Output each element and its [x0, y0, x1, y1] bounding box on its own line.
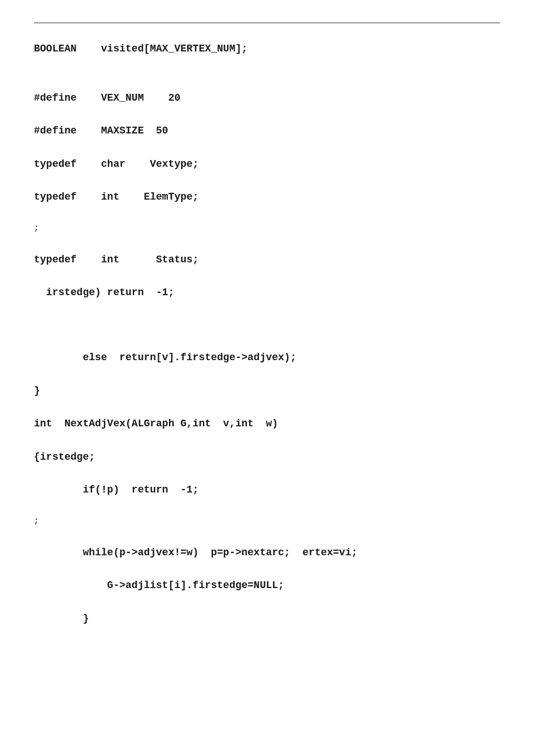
empty-line-6 — [34, 206, 500, 222]
empty-line-2 — [34, 74, 500, 89]
empty-line-9 — [34, 301, 500, 317]
line-close-brace2: } — [34, 610, 500, 628]
empty-line-7 — [34, 235, 500, 251]
empty-line-4 — [34, 140, 500, 155]
empty-line-8 — [34, 268, 500, 284]
empty-line-19 — [34, 594, 500, 610]
empty-line-16 — [34, 499, 500, 515]
line-boolean: BOOLEAN visited[MAX_VERTEX_NUM]; — [34, 40, 500, 58]
page-container: BOOLEAN visited[MAX_VERTEX_NUM]; #define… — [0, 0, 534, 756]
empty-line-15 — [34, 465, 500, 481]
empty-line-12 — [34, 366, 500, 382]
line-typedef-char: typedef char Vextype; — [34, 155, 500, 173]
line-else-return: else return[v].firstedge->adjvex); — [34, 349, 500, 366]
line-while: while(p->adjvex!=w) p=p->nextarc; ertex=… — [34, 544, 500, 561]
line-semicolon2: ; — [34, 515, 500, 528]
line-if-p-return: if(!p) return -1; — [34, 481, 500, 499]
line-semicolon1: ; — [34, 222, 500, 235]
line-typedef-int-elem: typedef int ElemType; — [34, 188, 500, 206]
empty-line-5 — [34, 172, 500, 188]
empty-line-10 — [34, 317, 500, 333]
line-irstedge-open: {irstedge; — [34, 448, 500, 466]
line-typedef-int-status: typedef int Status; — [34, 251, 500, 269]
empty-line-3 — [34, 106, 500, 122]
empty-line-14 — [34, 433, 500, 448]
line-irstedge-return: irstedge) return -1; — [34, 284, 500, 301]
empty-line-1 — [34, 58, 500, 74]
line-int-nextadjvex: int NextAdjVex(ALGraph G,int v,int w) — [34, 415, 500, 433]
empty-line-18 — [34, 561, 500, 577]
empty-line-11 — [34, 333, 500, 349]
empty-line-20 — [34, 628, 500, 643]
empty-line-17 — [34, 528, 500, 544]
line-define-vex: #define VEX_NUM 20 — [34, 89, 500, 107]
code-block: BOOLEAN visited[MAX_VERTEX_NUM]; #define… — [34, 40, 500, 643]
line-define-maxsize: #define MAXSIZE 50 — [34, 122, 500, 140]
line-close-brace1: } — [34, 382, 500, 400]
empty-line-13 — [34, 399, 500, 415]
line-adjlist: G->adjlist[i].firstedge=NULL; — [34, 577, 500, 594]
top-divider — [34, 23, 500, 23]
